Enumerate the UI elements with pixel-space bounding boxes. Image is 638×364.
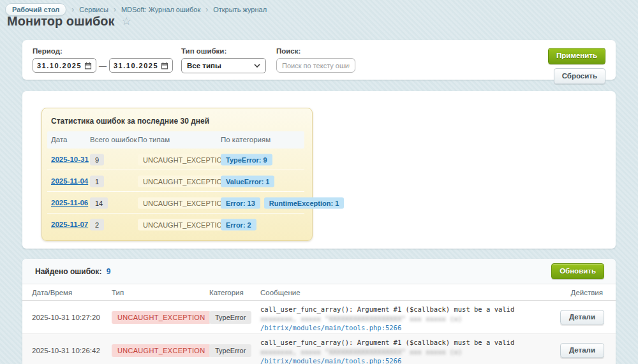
error-message-line1: call_user_func_array(): Argument #1 ($ca… (260, 338, 567, 347)
title-row: Монитор ошибок ☆ (7, 14, 131, 29)
stats-row: 2025-11-06 14 UNCAUGHT_EXCEPTION: 14 Err… (47, 192, 304, 214)
error-datetime: 2025-10-31 10:26:42 (32, 347, 100, 354)
error-message-redacted: xxxxxxxx, xxxxx "XXXXXXXXXXXXXXXXXX" xxx… (260, 347, 567, 357)
error-message: call_user_func_array(): Argument #1 ($ca… (260, 305, 567, 333)
error-source-link[interactable]: /bitrix/modules/main/tools.php:5266 (260, 356, 401, 364)
actions-cell: Детали (560, 343, 604, 358)
search-label: Поиск: (276, 47, 355, 55)
error-datetime: 2025-10-31 10:27:20 (32, 314, 100, 321)
date-range-dash: — (99, 61, 107, 71)
stats-row: 2025-11-04 1 UNCAUGHT_EXCEPTION: 1 Value… (47, 170, 304, 192)
period-filter-group: Период: 31.10.2025 — 31.10.2025 (33, 47, 173, 73)
stats-row: 2025-10-31 9 UNCAUGHT_EXCEPTION: 9 TypeE… (47, 149, 304, 170)
stats-total: 14 (90, 196, 108, 208)
date-to-value: 31.10.2025 (114, 62, 158, 69)
error-monitor-page: Рабочий стол › Сервисы › MDSoft: Журнал … (0, 0, 638, 364)
details-button[interactable]: Детали (560, 343, 604, 358)
details-button[interactable]: Детали (560, 310, 604, 325)
error-category-badge: TypeError (209, 311, 251, 324)
results-panel: Найдено ошибок: 9 Обновить Дата/Время Ти… (22, 259, 616, 364)
breadcrumb-services[interactable]: Сервисы (79, 6, 108, 13)
found-errors: Найдено ошибок: 9 (35, 267, 110, 276)
filter-buttons: Применить Сбросить (548, 47, 605, 73)
date-from-input[interactable]: 31.10.2025 (33, 58, 96, 73)
stats-date-link[interactable]: 2025-11-04 (51, 177, 88, 185)
col-datetime: Дата/Время (32, 284, 72, 301)
col-type: Тип (112, 284, 124, 301)
error-message: call_user_func_array(): Argument #1 ($ca… (260, 338, 567, 364)
stats-col-date: Дата (51, 131, 67, 149)
error-type-label: Тип ошибки: (181, 47, 266, 55)
stats-total: 2 (90, 219, 104, 231)
stats-panel: Статистика ошибок за последние 30 дней Д… (22, 91, 616, 249)
breadcrumb-error-log[interactable]: MDSoft: Журнал ошибок (121, 6, 200, 13)
error-type-badge: UNCAUGHT_EXCEPTION (112, 311, 211, 324)
error-category-badge: TypeError (209, 344, 251, 357)
col-message: Сообщение (260, 284, 300, 301)
results-header: Найдено ошибок: 9 Обновить (22, 259, 616, 284)
calendar-icon[interactable] (161, 62, 168, 69)
search-filter-group: Поиск: (276, 47, 355, 73)
favorite-star-icon[interactable]: ☆ (122, 16, 131, 27)
found-label: Найдено ошибок: (35, 267, 101, 276)
error-message-line1: call_user_func_array(): Argument #1 ($ca… (260, 305, 567, 314)
col-category: Категория (209, 284, 244, 301)
error-message-redacted: xxxxxxxx, xxxxx "XXXXXXXXXXXXXXXXXX" xxx… (260, 314, 567, 324)
results-table-header: Дата/Время Тип Категория Сообщение Дейст… (22, 284, 616, 301)
stats-total: 9 (90, 153, 104, 165)
stats-date-link[interactable]: 2025-11-07 (51, 221, 88, 228)
stats-category-badges: Error: 13RuntimeException: 1 (221, 196, 348, 208)
reset-button[interactable]: Сбросить (554, 68, 605, 85)
stats-table-header: Дата Всего ошибок По типам По категориям (47, 131, 304, 149)
type-filter-group: Тип ошибки: Все типы (181, 47, 266, 73)
stats-title: Статистика ошибок за последние 30 дней (42, 108, 312, 131)
stats-date-link[interactable]: 2025-10-31 (51, 156, 89, 163)
found-count: 9 (107, 267, 111, 276)
error-table-row: 2025-10-31 10:26:42 UNCAUGHT_EXCEPTION T… (22, 334, 616, 364)
stats-category-badge: Error: 2 (221, 219, 260, 231)
error-type-selected-value: Все типы (187, 62, 221, 69)
error-source-link[interactable]: /bitrix/modules/main/tools.php:5266 (260, 323, 401, 333)
stats-category-badge: TypeError: 9 (221, 153, 276, 165)
chevron-down-icon (254, 64, 260, 68)
breadcrumb-separator-icon: › (205, 5, 208, 14)
calendar-icon[interactable] (84, 62, 92, 69)
stats-col-types: По типам (138, 131, 170, 149)
breadcrumb-open-log[interactable]: Открыть журнал (213, 6, 267, 13)
error-table-row: 2025-10-31 10:27:20 UNCAUGHT_EXCEPTION T… (22, 301, 616, 334)
refresh-button[interactable]: Обновить (551, 263, 604, 280)
error-type-badge: UNCAUGHT_EXCEPTION (112, 344, 211, 357)
stats-category-badge: ValueError: 1 (221, 175, 278, 187)
stats-total: 1 (90, 175, 104, 187)
breadcrumb-separator-icon: › (114, 5, 116, 14)
actions-cell: Детали (560, 310, 604, 325)
stats-col-categories: По категориям (221, 131, 271, 149)
breadcrumb-separator-icon: › (71, 5, 74, 14)
page-title: Монитор ошибок (7, 14, 115, 29)
date-to-input[interactable]: 31.10.2025 (109, 58, 173, 73)
stats-col-total: Всего ошибок (90, 131, 137, 149)
search-input[interactable] (276, 58, 355, 73)
period-label: Период: (33, 47, 173, 55)
col-actions: Действия (571, 284, 603, 301)
stats-date-link[interactable]: 2025-11-06 (51, 199, 88, 207)
stats-row: 2025-11-07 2 UNCAUGHT_EXCEPTION: 2 Error… (47, 214, 304, 235)
error-type-select[interactable]: Все типы (181, 58, 266, 73)
date-from-value: 31.10.2025 (37, 62, 82, 69)
stats-box: Статистика ошибок за последние 30 дней Д… (41, 108, 313, 241)
filter-panel: Период: 31.10.2025 — 31.10.2025 Тип ошиб… (22, 40, 616, 80)
apply-button[interactable]: Применить (548, 48, 605, 64)
